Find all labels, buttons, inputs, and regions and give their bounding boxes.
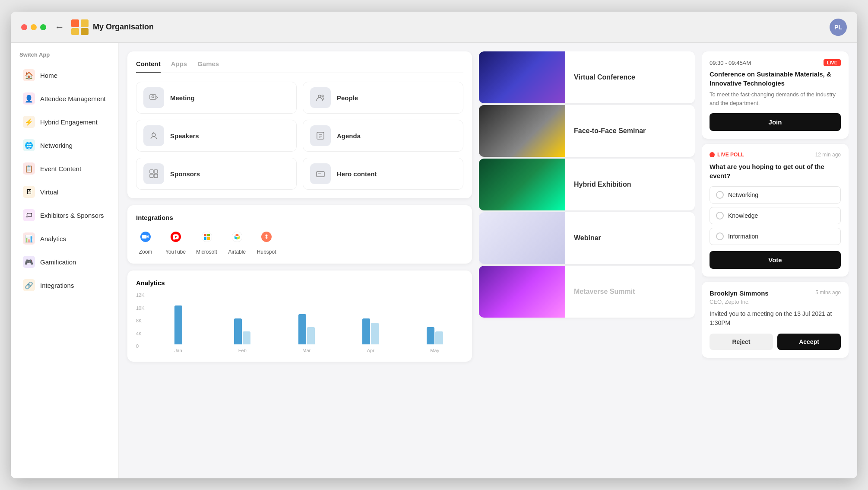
svg-rect-23: [207, 234, 210, 236]
poll-option-knowledge[interactable]: Knowledge: [710, 207, 841, 224]
meeting-role: CEO, Zepto Inc.: [710, 299, 841, 305]
poll-option-information[interactable]: Information: [710, 228, 841, 245]
event-row-webinar[interactable]: Webinar: [479, 212, 695, 264]
chart-bar-group: Mar: [278, 293, 335, 353]
sidebar-item-gamification[interactable]: 🎮 Gamification: [14, 251, 115, 273]
home-icon: 🏠: [23, 69, 35, 81]
sidebar-item-analytics[interactable]: 📊 Analytics: [14, 227, 115, 250]
integration-label-zoom: Zoom: [139, 249, 152, 255]
left-panel: Content Apps Games Meeting People Speake…: [127, 51, 472, 470]
bar-light: [243, 331, 250, 344]
event-name-face-to-face-seminar: Face-to-Face Seminar: [565, 127, 695, 135]
meeting-invite-header: Brooklyn Simmons 5 mins ago: [710, 290, 841, 297]
poll-option-label-knowledge: Knowledge: [728, 212, 758, 219]
integration-hubspot[interactable]: Hubspot: [257, 227, 276, 255]
event-row-hybrid-exhibition[interactable]: Hybrid Exhibition: [479, 159, 695, 210]
integration-microsoft[interactable]: Microsoft: [196, 227, 217, 255]
bar-dark: [362, 318, 370, 344]
event-thumb-virtual-conference: [479, 51, 565, 103]
tab-apps[interactable]: Apps: [171, 60, 187, 73]
poll-badge-area: LIVE POLL: [710, 152, 744, 158]
content-item-hero-content[interactable]: Hero content: [303, 158, 463, 190]
sidebar: Switch App 🏠 Home 👤 Attendee Management …: [11, 43, 119, 478]
integration-youtube[interactable]: YouTube: [165, 227, 186, 255]
sidebar-label-virtual: Virtual: [40, 188, 58, 196]
meeting-message: Invited you to a meeting on the 13 Jul 2…: [710, 309, 841, 328]
analytics-icon: 📊: [23, 232, 35, 245]
meeting-invite-card: Brooklyn Simmons 5 mins ago CEO, Zepto I…: [702, 282, 849, 358]
sidebar-label-home: Home: [40, 72, 57, 79]
sidebar-item-home[interactable]: 🏠 Home: [14, 64, 115, 86]
meeting-actions: Reject Accept: [710, 334, 841, 350]
back-button[interactable]: ←: [55, 22, 64, 33]
svg-rect-25: [207, 237, 210, 240]
svg-rect-26: [232, 232, 242, 242]
content-item-speakers[interactable]: Speakers: [136, 120, 297, 152]
content-item-people[interactable]: People: [303, 82, 463, 114]
sidebar-label-exhibitors-sponsors: Exhibitors & Sponsors: [40, 212, 104, 219]
content-label-hero-content: Hero content: [337, 170, 377, 178]
bar-dark: [298, 314, 306, 344]
chart-y-label: 8K: [136, 318, 145, 323]
meeting-time: 5 mins ago: [815, 290, 841, 296]
tab-content[interactable]: Content: [136, 60, 161, 73]
bar-wrapper: [427, 293, 443, 344]
speakers-icon: [143, 125, 164, 146]
integration-label-hubspot: Hubspot: [257, 249, 276, 255]
bar-light: [435, 331, 443, 344]
maximize-dot[interactable]: [40, 24, 46, 30]
sidebar-item-networking[interactable]: 🌐 Networking: [14, 134, 115, 156]
chart-y-label: 4K: [136, 331, 145, 336]
right-panel: 09:30 - 09:45AM LIVE Conference on Susta…: [702, 51, 849, 470]
sidebar-item-virtual[interactable]: 🖥 Virtual: [14, 181, 115, 203]
sidebar-item-integrations[interactable]: 🔗 Integrations: [14, 274, 115, 296]
hybrid-engagement-icon: ⚡: [23, 116, 35, 128]
chart-y-label: 12K: [136, 293, 145, 298]
accept-button[interactable]: Accept: [777, 334, 841, 350]
chart-y-label: 10K: [136, 305, 145, 311]
event-row-face-to-face-seminar[interactable]: Face-to-Face Seminar: [479, 105, 695, 157]
content-item-meeting[interactable]: Meeting: [136, 82, 297, 114]
sidebar-item-hybrid-engagement[interactable]: ⚡ Hybrid Engagement: [14, 111, 115, 133]
svg-rect-21: [202, 232, 212, 242]
vote-button[interactable]: Vote: [710, 251, 841, 269]
join-button[interactable]: Join: [710, 113, 841, 131]
content-label-people: People: [337, 94, 358, 102]
chart-y-label: 0: [136, 344, 145, 349]
user-avatar[interactable]: PL: [830, 19, 847, 36]
poll-option-networking[interactable]: Networking: [710, 186, 841, 204]
close-dot[interactable]: [21, 24, 27, 30]
event-row-metaverse-summit[interactable]: Metaverse Summit: [479, 266, 695, 318]
live-session-header: 09:30 - 09:45AM LIVE: [710, 59, 841, 66]
app-window: ← My Organisation PL Switch App 🏠 Home 👤…: [11, 12, 857, 478]
event-thumb-hybrid-exhibition: [479, 159, 565, 210]
sidebar-label-hybrid-engagement: Hybrid Engagement: [40, 118, 98, 126]
svg-rect-3: [81, 28, 89, 35]
minimize-dot[interactable]: [31, 24, 37, 30]
integration-airtable[interactable]: Airtable: [228, 227, 247, 255]
content-area: Content Apps Games Meeting People Speake…: [119, 43, 857, 478]
events-panel: Virtual Conference Face-to-Face Seminar …: [479, 51, 695, 470]
bar-wrapper: [298, 293, 315, 344]
hubspot-icon: [257, 227, 276, 246]
gamification-icon: 🎮: [23, 256, 35, 268]
reject-button[interactable]: Reject: [710, 334, 773, 350]
sidebar-item-event-content[interactable]: 📋 Event Content: [14, 157, 115, 180]
svg-rect-24: [204, 237, 206, 240]
event-row-virtual-conference[interactable]: Virtual Conference: [479, 51, 695, 103]
content-item-agenda[interactable]: Agenda: [303, 120, 463, 152]
bar-wrapper: [362, 293, 379, 344]
content-label-sponsors: Sponsors: [170, 170, 200, 178]
sidebar-item-attendee-management[interactable]: 👤 Attendee Management: [14, 87, 115, 110]
content-item-sponsors[interactable]: Sponsors: [136, 158, 297, 190]
live-poll-card: LIVE POLL 12 min ago What are you hoping…: [702, 144, 849, 277]
svg-rect-0: [71, 19, 79, 27]
sidebar-item-exhibitors-sponsors[interactable]: 🏷 Exhibitors & Sponsors: [14, 204, 115, 226]
bar-dark: [174, 305, 182, 344]
integration-zoom[interactable]: Zoom: [136, 227, 155, 255]
tab-games[interactable]: Games: [197, 60, 219, 73]
integrations-list: Zoom YouTube Microsoft Airtable Hubspot: [136, 227, 463, 255]
bar-month-label: May: [430, 348, 439, 353]
poll-option-label-information: Information: [728, 233, 758, 240]
analytics-card: Analytics 12K10K8K4K0 Jan Feb Mar: [127, 270, 472, 362]
